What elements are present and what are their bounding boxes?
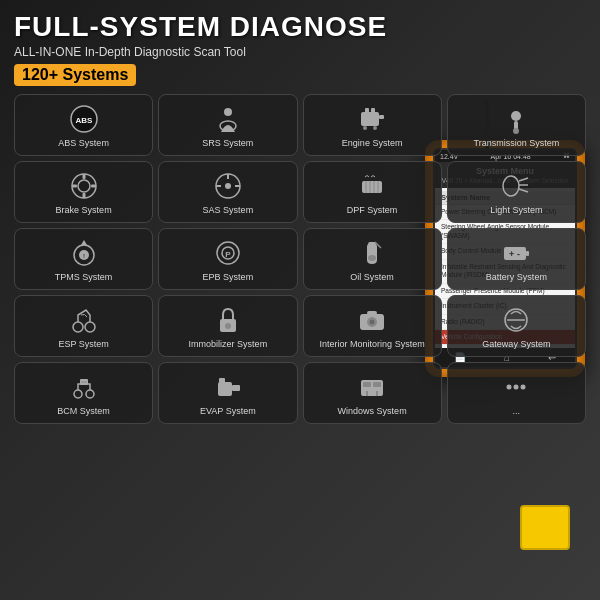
sys-tpms[interactable]: ! TPMS System [14,228,153,290]
svg-point-44 [73,322,83,332]
sys-battery-label: Battery System [486,272,547,283]
sys-bcm[interactable]: BCM System [14,362,153,424]
sys-gateway-label: Gateway System [482,339,550,350]
sys-engine-label: Engine System [342,138,403,149]
sys-transmission-label: Transmission System [474,138,560,149]
sys-bcm-label: BCM System [57,406,110,417]
svg-text:-: - [517,249,520,259]
sys-brake-label: Brake System [56,205,112,216]
sys-dpf[interactable]: DPF System [303,161,442,223]
battery-icon: + - [500,237,532,269]
sas-icon [212,170,244,202]
svg-point-8 [363,126,367,130]
sys-light-label: Light System [490,205,542,216]
epb-icon: P [212,237,244,269]
abs-icon: ABS [68,103,100,135]
svg-point-10 [511,111,521,121]
svg-rect-40 [504,247,526,260]
sys-engine[interactable]: Engine System [303,94,442,156]
svg-point-67 [514,384,519,389]
sys-battery[interactable]: + - Battery System [447,228,586,290]
immobilizer-icon [212,304,244,336]
sys-abs-label: ABS System [58,138,109,149]
dpf-icon [356,170,388,202]
sys-sas-label: SAS System [203,205,254,216]
svg-point-12 [513,128,519,134]
brake-icon [68,170,100,202]
transmission-icon [500,103,532,135]
sys-windows-label: Windows System [338,406,407,417]
sys-interior[interactable]: Interior Monitoring System [303,295,442,357]
sys-transmission[interactable]: Transmission System [447,94,586,156]
sys-immobilizer[interactable]: Immobilizer System [158,295,297,357]
sys-evap-label: EVAP System [200,406,256,417]
svg-point-66 [507,384,512,389]
windows-icon [356,371,388,403]
svg-text:P: P [225,250,231,259]
sys-evap[interactable]: EVAP System [158,362,297,424]
svg-point-54 [86,390,94,398]
svg-rect-5 [365,108,369,113]
sys-esp-label: ESP System [58,339,108,350]
sys-srs[interactable]: SRS System [158,94,297,156]
sys-interior-label: Interior Monitoring System [320,339,425,350]
oil-icon [356,237,388,269]
svg-text:ABS: ABS [75,116,93,125]
sys-more[interactable]: ... [447,362,586,424]
header-section: FULL-SYSTEM DIAGNOSE ALL-IN-ONE In-Depth… [14,12,586,86]
svg-rect-24 [362,181,382,193]
svg-rect-17 [72,184,77,187]
gateway-icon [500,304,532,336]
svg-point-45 [85,322,95,332]
light-icon [500,170,532,202]
sys-sas[interactable]: SAS System [158,161,297,223]
systems-badge: 120+ Systems [14,64,136,86]
evap-icon [212,371,244,403]
svg-point-20 [225,183,231,189]
svg-point-53 [74,390,82,398]
svg-rect-18 [91,184,96,187]
sys-oil[interactable]: Oil System [303,228,442,290]
sys-tpms-label: TPMS System [55,272,113,283]
sys-dpf-label: DPF System [347,205,398,216]
svg-point-39 [368,255,376,261]
svg-rect-15 [82,174,85,179]
sys-epb-label: EPB System [203,272,254,283]
svg-rect-7 [379,115,384,119]
svg-rect-64 [363,382,371,387]
sys-more-label: ... [513,406,521,417]
svg-point-9 [373,126,377,130]
sys-oil-label: Oil System [350,272,394,283]
sys-brake[interactable]: Brake System [14,161,153,223]
camera-icon [356,304,388,336]
svg-text:+: + [509,249,514,259]
sys-epb[interactable]: P EPB System [158,228,297,290]
sys-light[interactable]: Light System [447,161,586,223]
sys-windows[interactable]: Windows System [303,362,442,424]
svg-point-47 [225,323,231,329]
sys-esp[interactable]: ESP System [14,295,153,357]
sys-srs-label: SRS System [202,138,253,149]
main-title: FULL-SYSTEM DIAGNOSE [14,12,586,43]
svg-rect-59 [218,382,232,396]
more-icon [500,371,532,403]
systems-grid: ABS ABS System SRS System [14,94,586,424]
svg-text:!: ! [83,253,85,259]
svg-rect-61 [232,385,240,391]
svg-rect-60 [219,378,225,383]
svg-point-2 [224,108,232,116]
esp-icon [68,304,100,336]
engine-icon [356,103,388,135]
svg-line-32 [519,189,528,192]
svg-rect-16 [82,193,85,198]
svg-point-29 [503,176,519,196]
svg-rect-4 [361,112,379,126]
bcm-icon [68,371,100,403]
subtitle: ALL-IN-ONE In-Depth Diagnostic Scan Tool [14,45,586,59]
srs-icon [212,103,244,135]
sys-abs[interactable]: ABS ABS System [14,94,153,156]
svg-line-30 [519,178,528,181]
svg-rect-6 [371,108,375,113]
sys-immobilizer-label: Immobilizer System [189,339,268,350]
sys-gateway[interactable]: Gateway System [447,295,586,357]
